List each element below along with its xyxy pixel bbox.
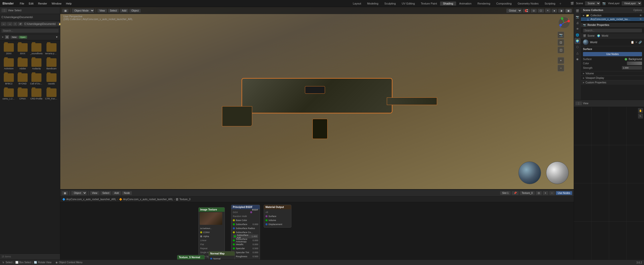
fb-new-btn[interactable]: New <box>11 36 18 39</box>
folder-30xx[interactable]: 30XX <box>17 42 28 56</box>
folder-adobe[interactable]: Adobe <box>17 57 28 71</box>
props-icon-output[interactable]: 🖨 <box>575 20 580 26</box>
folder-bandicam[interactable]: Bandicam <box>45 57 58 71</box>
viewport-zoom-in[interactable]: + <box>558 57 564 64</box>
tab-rendering[interactable]: Rendering <box>474 2 493 6</box>
tab-animation[interactable]: Animation <box>456 2 474 6</box>
collection-visibility-eye[interactable]: 👁 <box>639 14 642 17</box>
fb-filter-toggle[interactable]: ▼ <box>55 35 59 39</box>
viewport-shading-solid[interactable]: ● <box>552 9 557 13</box>
collection-item-root[interactable]: ▶ 📁 Collection 👁 <box>581 14 644 17</box>
folder-cemu[interactable]: cemu_1.25.0 <box>2 87 16 101</box>
tab-uv-editing[interactable]: UV Editing <box>399 2 418 6</box>
viewport-select-btn[interactable]: Select <box>108 9 119 13</box>
proportional-btn[interactable]: ⊙ <box>531 9 537 13</box>
ne-zoom-in-btn[interactable]: + <box>543 191 548 195</box>
ne-zoom-out-btn[interactable]: − <box>549 191 555 195</box>
viewport-camera-view-btn[interactable]: 📷 <box>558 32 564 38</box>
menu-render[interactable]: Render <box>36 2 49 6</box>
node-principled-bsdf[interactable]: Principled BSDF BSDF GGX Random Walk <box>231 205 260 259</box>
props-icon-world[interactable]: 🌍 <box>575 38 580 44</box>
add-workspace-btn[interactable]: + <box>559 2 561 6</box>
ne-add-btn[interactable]: Add <box>112 191 121 195</box>
viewport-mode-select[interactable]: Object Mode <box>72 9 94 13</box>
tab-scripting[interactable]: Scripting <box>542 2 558 6</box>
ne-view-btn[interactable]: View <box>90 191 99 195</box>
world-browse-btn[interactable]: 📋 <box>631 41 634 44</box>
viewport-perspective-toggle[interactable]: ⊡ <box>558 39 564 46</box>
props-icon-view[interactable]: 👁 <box>575 26 580 32</box>
folder-activision[interactable]: Activision <box>2 57 16 71</box>
fb-back-btn[interactable]: ← <box>1 22 7 26</box>
fb-up-btn[interactable]: ↑ <box>13 22 17 26</box>
props-icon-scene2[interactable]: 🌐 <box>575 32 580 38</box>
small-nav-cursor[interactable]: ↖ <box>638 114 643 119</box>
volume-section-header[interactable]: ▶ Volume <box>581 71 644 76</box>
scene-collection-options[interactable]: Options <box>633 9 642 12</box>
ne-type-select[interactable]: Object <box>71 191 87 195</box>
strength-value-bar[interactable]: 1.000 <box>622 66 642 70</box>
folder-soundfonts[interactable]: _soundfonts <box>30 42 43 56</box>
fb-open-btn[interactable]: Open <box>19 36 27 39</box>
folder-byond[interactable]: BYOND <box>17 72 28 86</box>
orientation-select[interactable]: Global <box>506 9 522 13</box>
small-editor-type-btn[interactable]: ⋮ <box>575 101 582 105</box>
breadcrumb-item-1[interactable]: AnyConv.com_v_auto_rocket_launcher_ARL <box>66 198 116 201</box>
viewport-display-header[interactable]: ▶ Viewport Display <box>581 76 644 80</box>
fb-grid-view-btn[interactable]: ⊞ <box>5 35 9 39</box>
gizmo-btn[interactable]: ⌖ <box>545 9 551 13</box>
folder-bfbc2[interactable]: BFBC2 <box>2 72 16 86</box>
snapping-btn[interactable]: 🧲 <box>523 9 530 13</box>
folder-ctr-fontcon[interactable]: CTR_FontCon... <box>45 87 58 101</box>
color-picker-display[interactable] <box>627 62 642 65</box>
viewport-add-btn[interactable]: Add <box>120 9 128 13</box>
ne-select-btn[interactable]: Select <box>100 191 112 195</box>
mesh-visibility-eye[interactable]: 👁 <box>639 18 642 21</box>
props-icon-mesh[interactable]: △ <box>575 50 580 56</box>
ne-editor-type-btn[interactable]: ▦ <box>62 191 68 195</box>
fb-reload-btn[interactable]: ↺ <box>18 22 23 26</box>
folder-audacity[interactable]: Audacity <box>30 57 43 71</box>
tab-layout[interactable]: Layout <box>350 2 364 6</box>
folder-caustic[interactable]: caustic <box>45 72 58 86</box>
world-unlink-btn[interactable]: 🔗 <box>638 41 642 44</box>
tab-shading[interactable]: Shading <box>440 2 456 6</box>
node-normal-map[interactable]: Normal Map Normal Color <box>208 251 235 259</box>
props-icon-render[interactable]: 📷 <box>575 14 580 20</box>
viewport-local-toggle[interactable]: ◫ <box>558 47 564 53</box>
ne-node-btn[interactable]: Node <box>122 191 132 195</box>
custom-properties-header[interactable]: ▶ Custom Properties <box>581 80 644 85</box>
node-material-output[interactable]: Material Output All Surface Volume <box>264 205 291 228</box>
overlay-btn[interactable]: ⬡ <box>538 9 544 13</box>
ne-pin-btn[interactable]: 📌 <box>512 191 519 195</box>
folder-crd-profile[interactable]: CRD-Profile <box>30 87 43 101</box>
props-icon-scene[interactable]: 🎬 <box>575 8 580 14</box>
tab-sculpting[interactable]: Sculpting <box>381 2 399 6</box>
folder-cpma[interactable]: CPMA <box>17 87 28 101</box>
scene-select[interactable]: Scene <box>585 1 600 6</box>
viewport-3d[interactable]: ▦ Object Mode View Select Add Object Glo… <box>60 7 574 189</box>
breadcrumb-item-2[interactable]: AnyConv.com_v_auto_rocket_launcher_ARL <box>123 198 173 201</box>
breadcrumb-item-3[interactable]: Texture_0 <box>179 198 190 201</box>
fb-list-view-btn[interactable]: ≡ <box>1 35 5 39</box>
props-icon-material[interactable]: ◉ <box>575 56 580 62</box>
node-canvas[interactable]: Image Texture 0x7a454e4... CONV <box>60 202 574 259</box>
curve-editor-canvas[interactable]: ✋ ↖ <box>574 107 644 259</box>
fb-editor-type-btn[interactable]: ⋮ <box>2 9 7 12</box>
ne-use-nodes-btn[interactable]: Use Nodes <box>556 191 572 195</box>
tab-geometry-nodes[interactable]: Geometry Nodes <box>515 2 542 6</box>
ne-slot-btn[interactable]: Slot 1 <box>500 191 511 195</box>
tab-texture-paint[interactable]: Texture Paint <box>418 2 440 6</box>
menu-edit[interactable]: Edit <box>27 2 35 6</box>
viewport-shading-material[interactable]: ◑ <box>558 9 564 13</box>
menu-help[interactable]: Help <box>64 2 74 6</box>
node-texture-s-normal[interactable]: Texture_S Normal Color <box>177 255 205 259</box>
props-icon-object[interactable]: ⬡ <box>575 44 580 50</box>
viewport-gizmo-widget[interactable]: X Y Z <box>558 16 571 29</box>
viewport-shading-rendered[interactable]: ◉ <box>565 9 572 13</box>
props-search-input[interactable] <box>583 29 642 32</box>
small-nav-hand[interactable]: ✋ <box>638 108 643 113</box>
menu-file[interactable]: File <box>18 2 26 6</box>
viewport-object-btn[interactable]: Object <box>129 9 141 13</box>
ne-texture-btn[interactable]: Texture_0 <box>520 191 535 195</box>
